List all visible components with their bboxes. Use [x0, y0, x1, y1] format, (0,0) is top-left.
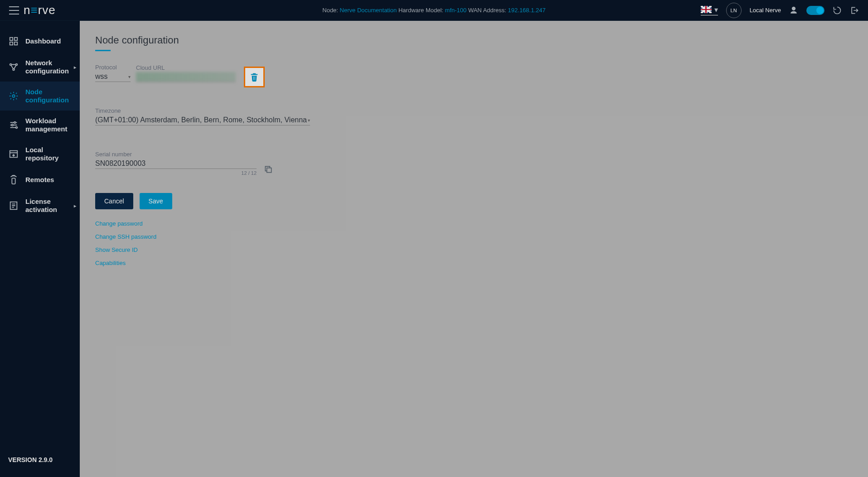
chevron-right-icon: ▸ — [74, 203, 76, 208]
timezone-field[interactable]: Timezone ▾ — [95, 107, 310, 125]
node-value[interactable]: Nerve Documentation — [340, 7, 397, 14]
timezone-label: Timezone — [95, 107, 310, 114]
serial-input[interactable] — [95, 159, 257, 169]
protocol-url-row: Protocol ▾ Cloud URL — [95, 64, 853, 82]
cloud-url-input[interactable] — [136, 72, 236, 82]
svg-rect-1 — [15, 38, 17, 40]
hw-value[interactable]: mfn-100 — [445, 7, 467, 14]
sidebar-item-label: Workload management — [25, 117, 72, 133]
local-nerve-label: Local Nerve — [750, 7, 781, 14]
sidebar-item-license-activation[interactable]: License activation ▸ — [0, 191, 80, 220]
protocol-select[interactable] — [95, 72, 131, 82]
serial-label: Serial number — [95, 151, 257, 158]
sidebar-item-node-configuration[interactable]: Node configuration — [0, 82, 80, 111]
sidebar-item-label: Dashboard — [25, 37, 61, 45]
cloud-url-label: Cloud URL — [136, 64, 236, 71]
network-icon — [8, 62, 19, 72]
chevron-right-icon: ▸ — [74, 65, 76, 70]
serial-char-count: 12 / 12 — [95, 170, 257, 176]
remote-icon — [8, 175, 19, 185]
protocol-label: Protocol — [95, 64, 131, 71]
svg-rect-12 — [12, 178, 15, 184]
timezone-select[interactable] — [95, 115, 310, 125]
sidebar-item-label: License activation — [25, 198, 72, 214]
title-accent — [95, 50, 111, 51]
copy-icon[interactable] — [264, 165, 273, 174]
node-label: Node: — [322, 7, 338, 14]
serial-number-field[interactable]: Serial number 12 / 12 — [95, 151, 257, 176]
save-button[interactable]: Save — [140, 193, 172, 209]
uk-flag-icon — [701, 6, 712, 13]
page-title: Node configuration — [95, 34, 853, 46]
hw-label: Hardware Model: — [398, 7, 443, 14]
language-selector[interactable]: ▾ — [701, 5, 718, 15]
sidebar-item-remotes[interactable]: Remotes — [0, 169, 80, 191]
trash-icon — [249, 72, 259, 82]
change-ssh-password-link[interactable]: Change SSH password — [95, 233, 853, 240]
logout-icon[interactable] — [850, 6, 859, 15]
cloud-url-field[interactable]: Cloud URL — [136, 64, 236, 82]
sidebar-item-label: Node configuration — [25, 88, 72, 104]
svg-point-4 — [10, 64, 12, 66]
cancel-button[interactable]: Cancel — [95, 193, 133, 209]
svg-rect-0 — [10, 38, 13, 40]
delete-cloud-button[interactable] — [244, 67, 265, 87]
change-password-link[interactable]: Change password — [95, 220, 853, 227]
sidebar-item-label: Local repository — [25, 146, 72, 162]
svg-rect-3 — [15, 42, 17, 45]
license-icon — [8, 201, 19, 211]
svg-point-7 — [12, 95, 15, 97]
wan-value[interactable]: 192.168.1.247 — [508, 7, 546, 14]
sidebar-item-dashboard[interactable]: Dashboard — [0, 30, 80, 53]
show-secure-id-link[interactable]: Show Secure ID — [95, 246, 853, 253]
svg-rect-14 — [267, 168, 272, 173]
capabilities-link[interactable]: Capabilities — [95, 260, 853, 266]
hamburger-icon[interactable] — [9, 6, 19, 14]
sidebar-item-label: Remotes — [25, 176, 54, 184]
protocol-field[interactable]: Protocol ▾ — [95, 64, 131, 82]
header-info: Node: Nerve Documentation Hardware Model… — [322, 7, 545, 14]
svg-point-8 — [14, 122, 16, 124]
brand-logo: n≡rve — [24, 3, 56, 17]
button-row: Cancel Save — [95, 193, 853, 209]
link-list: Change password Change SSH password Show… — [95, 220, 853, 266]
svg-rect-2 — [10, 42, 13, 45]
version-label: VERSION 2.9.0 — [0, 445, 80, 477]
svg-point-9 — [11, 124, 13, 126]
gear-icon — [8, 91, 19, 101]
user-badge[interactable]: LN — [726, 3, 742, 18]
sidebar-item-local-repository[interactable]: Local repository — [0, 140, 80, 169]
serial-number-row: Serial number 12 / 12 — [95, 151, 853, 176]
repository-icon — [8, 149, 19, 159]
chevron-down-icon: ▾ — [714, 5, 718, 14]
sidebar-item-label: Network configuration — [25, 59, 72, 75]
svg-point-5 — [16, 64, 18, 66]
toggle-switch[interactable] — [806, 6, 824, 15]
sidebar-item-network-configuration[interactable]: Network configuration ▸ — [0, 53, 80, 82]
wan-label: WAN Address: — [468, 7, 506, 14]
sidebar-item-workload-management[interactable]: Workload management — [0, 111, 80, 140]
svg-point-10 — [16, 127, 18, 129]
reboot-icon[interactable] — [833, 6, 842, 15]
header-right: ▾ LN Local Nerve — [701, 3, 859, 18]
dashboard-icon — [8, 36, 19, 46]
sidebar: Dashboard Network configuration ▸ Node c… — [0, 21, 80, 477]
user-icon[interactable] — [789, 6, 798, 15]
sliders-icon — [8, 120, 19, 130]
svg-point-6 — [13, 69, 15, 71]
main-content: Node configuration Protocol ▾ Cloud URL … — [80, 21, 868, 477]
top-bar: n≡rve Node: Nerve Documentation Hardware… — [0, 0, 868, 21]
